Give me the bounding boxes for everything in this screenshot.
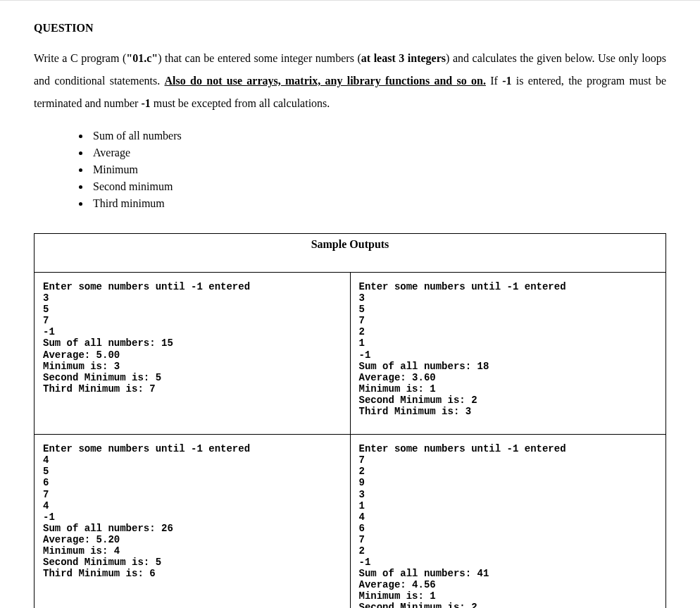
- list-item: Minimum: [90, 161, 666, 178]
- sample-output-2: Enter some numbers until -1 entered 3 5 …: [359, 281, 658, 417]
- text-run: Also do not use arrays, matrix, any libr…: [165, 75, 486, 87]
- sample-output-3: Enter some numbers until -1 entered 4 5 …: [43, 443, 342, 579]
- list-item: Second minimum: [90, 178, 666, 195]
- text-run: must be excepted from all calculations.: [151, 97, 330, 109]
- requirements-list: Sum of all numbers Average Minimum Secon…: [34, 128, 666, 212]
- sample-cell-1: Enter some numbers until -1 entered 3 5 …: [35, 273, 351, 435]
- text-run: ) that can be entered some integer numbe…: [158, 52, 361, 64]
- text-run: at least 3 integers: [361, 52, 446, 64]
- sample-cell-4: Enter some numbers until -1 entered 7 2 …: [350, 435, 666, 608]
- section-heading: QUESTION: [34, 22, 666, 35]
- text-run: "01.c": [126, 52, 158, 64]
- text-run: -1: [141, 97, 150, 109]
- sample-cell-2: Enter some numbers until -1 entered 3 5 …: [350, 273, 666, 435]
- question-paragraph: Write a C program ("01.c") that can be e…: [34, 47, 666, 115]
- text-run: -1: [502, 75, 511, 87]
- list-item: Third minimum: [90, 195, 666, 212]
- sample-outputs-table: Sample Outputs Enter some numbers until …: [34, 233, 666, 608]
- sample-cell-3: Enter some numbers until -1 entered 4 5 …: [35, 435, 351, 608]
- text-run: If: [486, 75, 502, 87]
- sample-outputs-title: Sample Outputs: [35, 234, 666, 273]
- list-item: Sum of all numbers: [90, 128, 666, 144]
- sample-output-1: Enter some numbers until -1 entered 3 5 …: [43, 281, 342, 395]
- list-item: Average: [90, 144, 666, 161]
- sample-output-4: Enter some numbers until -1 entered 7 2 …: [359, 443, 658, 608]
- document-page: QUESTION Write a C program ("01.c") that…: [0, 0, 700, 608]
- text-run: Write a C program (: [34, 52, 126, 64]
